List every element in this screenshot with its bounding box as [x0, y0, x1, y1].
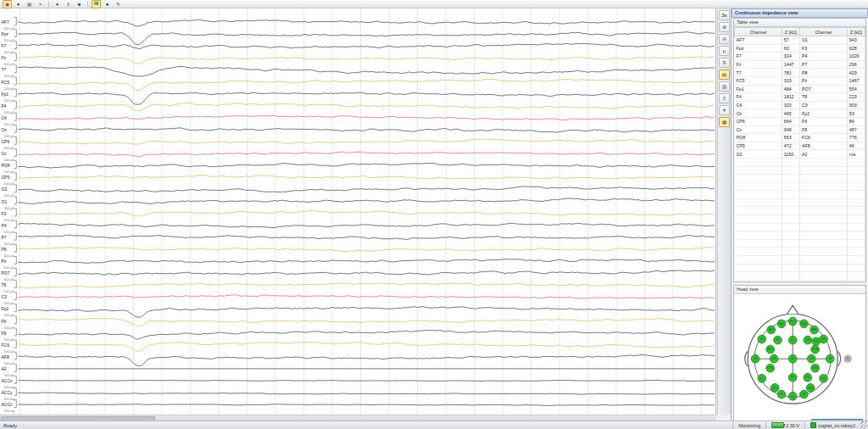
impedance-row: PO8563FC6776 — [735, 134, 865, 142]
electrode-label: T8 — [828, 357, 832, 360]
svg-text:100 µV: 100 µV — [4, 123, 15, 126]
svg-text:Oz: Oz — [2, 127, 8, 132]
impedance-cell: 943 — [847, 36, 865, 45]
svg-text:F7: F7 — [2, 43, 7, 48]
svg-text:T8: T8 — [2, 282, 7, 287]
eeg-trace-Fpz — [18, 32, 715, 45]
impedance-cell: AF7 — [735, 36, 782, 45]
head-montage-diagram: FpzFp1Fp2AF7AF8F7F3FzF4F6F8FC5FC6T7C3CzC… — [737, 294, 864, 420]
impedance-cell: AF8 — [799, 142, 847, 150]
svg-text:100 µV: 100 µV — [4, 182, 15, 186]
impedance-cell: 1447 — [782, 60, 799, 69]
monitor-icon[interactable]: ◉ — [3, 0, 12, 8]
svg-text:100 µV: 100 µV — [4, 39, 15, 42]
impedance-cell: 57 — [782, 36, 799, 45]
zoom-in-button[interactable]: ⊕ — [719, 22, 730, 32]
eeg-trace-area[interactable]: AF7100 µVFpz100 µVF7100 µVFz100 µVT7100 … — [0, 8, 716, 415]
eeg-trace-Pz — [18, 259, 715, 263]
svg-text:T7: T7 — [2, 67, 7, 72]
impedance-cell: 472 — [782, 142, 799, 150]
battery-icon — [771, 422, 784, 428]
stop-record-icon[interactable]: ■ — [75, 0, 84, 8]
impedance-check-icon[interactable]: IM — [92, 0, 101, 8]
svg-text:Fz: Fz — [2, 55, 7, 60]
svg-text:100 µV: 100 µV — [4, 314, 15, 317]
impedance-cell: 487 — [847, 125, 865, 134]
timebase-button[interactable]: 3s — [719, 10, 730, 20]
horizontal-scrollbar[interactable] — [0, 415, 716, 421]
workspace-icon[interactable]: ▦ — [25, 0, 34, 8]
marker-button[interactable]: ▾ — [719, 105, 730, 115]
eeg-trace-F3 — [18, 210, 715, 216]
electrode-label: T7 — [754, 357, 757, 360]
record-icon[interactable]: ● — [53, 0, 62, 8]
impedance-row: C4320C3903 — [735, 101, 865, 109]
eeg-trace-F7 — [18, 43, 715, 48]
overlay-button[interactable]: ▥ — [719, 81, 730, 92]
eeg-trace-CP5 — [18, 176, 715, 180]
svg-text:100 µV: 100 µV — [4, 87, 15, 91]
svg-text:P7: P7 — [2, 235, 7, 240]
impedance-empty-row — [735, 166, 865, 175]
eeg-trace-O2 — [18, 187, 715, 192]
eeg-trace-Fp2 — [18, 307, 715, 318]
zoom-out-button[interactable]: ⊖ — [719, 34, 730, 44]
audio-icon[interactable]: ♦ — [14, 0, 23, 8]
impedance-empty-row — [735, 256, 865, 265]
impedance-cell: 484 — [782, 85, 799, 93]
annotate-icon[interactable]: ✎ — [114, 0, 123, 8]
impedance-cell: 1150 — [782, 150, 799, 159]
electrode-label: Fz — [791, 338, 794, 342]
eeg-trace-AF7 — [18, 20, 715, 26]
impedance-row: Fp1484PO7554 — [735, 85, 865, 93]
electrode-label: O1 — [779, 393, 783, 396]
impedance-cell: CP5 — [735, 142, 782, 150]
impedance-cell: 628 — [847, 44, 865, 53]
impedance-cell: T7 — [735, 69, 782, 77]
svg-text:F8: F8 — [2, 331, 7, 336]
pause-icon[interactable]: ‖ — [64, 0, 73, 8]
impedance-cell: FC5 — [735, 76, 782, 85]
impedance-row: O21150A2n/a — [735, 150, 865, 159]
electrode-label: FC5 — [767, 348, 772, 351]
test-signal-icon[interactable]: ● — [103, 0, 112, 8]
impedance-cell: 60 — [782, 44, 799, 53]
workspace-name: cogitat_mi.rwksp2 — [818, 423, 855, 428]
impedance-empty-row — [735, 207, 865, 215]
impedance-cell: P4 — [799, 53, 847, 61]
stop-monitor-icon[interactable]: × — [36, 0, 45, 8]
electrode-label: Fp2 — [801, 322, 806, 326]
toolbar-separator — [87, 1, 88, 7]
impedance-cell: A2 — [799, 150, 847, 159]
resize-grip[interactable] — [860, 421, 867, 428]
impedance-cell: 223 — [847, 93, 865, 102]
svg-text:P8: P8 — [2, 247, 7, 252]
svg-text:100 µV: 100 µV — [4, 75, 15, 78]
svg-text:100 µV: 100 µV — [4, 350, 15, 354]
impedance-view-button[interactable]: ▦ — [719, 117, 730, 127]
amplitude-button[interactable]: µ — [719, 46, 730, 56]
svg-text:CP6: CP6 — [2, 139, 10, 144]
electrode-label: Pz — [791, 376, 794, 379]
svg-text:100 µV: 100 µV — [4, 27, 15, 31]
impedance-empty-row — [735, 223, 865, 231]
svg-text:100 µV: 100 µV — [4, 338, 15, 342]
baseline-button[interactable]: ≡ — [719, 93, 730, 103]
eeg-trace-Cz — [18, 152, 715, 157]
svg-text:O1: O1 — [2, 199, 8, 204]
svg-text:PO7: PO7 — [2, 270, 10, 276]
svg-text:100 µV: 100 µV — [4, 326, 15, 330]
eeg-trace-ACCz — [18, 404, 715, 406]
impedance-cell: 84 — [847, 117, 865, 125]
svg-text:FC6: FC6 — [2, 343, 10, 348]
impedance-empty-row — [735, 182, 865, 191]
electrode-label: AF7 — [768, 328, 773, 332]
scale-arrows-button[interactable]: ⇅ — [719, 58, 730, 68]
eeg-trace-AF8 — [18, 354, 715, 365]
impedance-cell: Pz — [799, 76, 847, 85]
svg-text:ACCz: ACCz — [2, 402, 14, 407]
view-mode-button[interactable]: ▤ — [719, 70, 730, 80]
impedance-cell: Oz — [735, 109, 782, 118]
electrode-label: C3 — [772, 357, 776, 360]
impedance-cell: 1467 — [847, 76, 865, 85]
